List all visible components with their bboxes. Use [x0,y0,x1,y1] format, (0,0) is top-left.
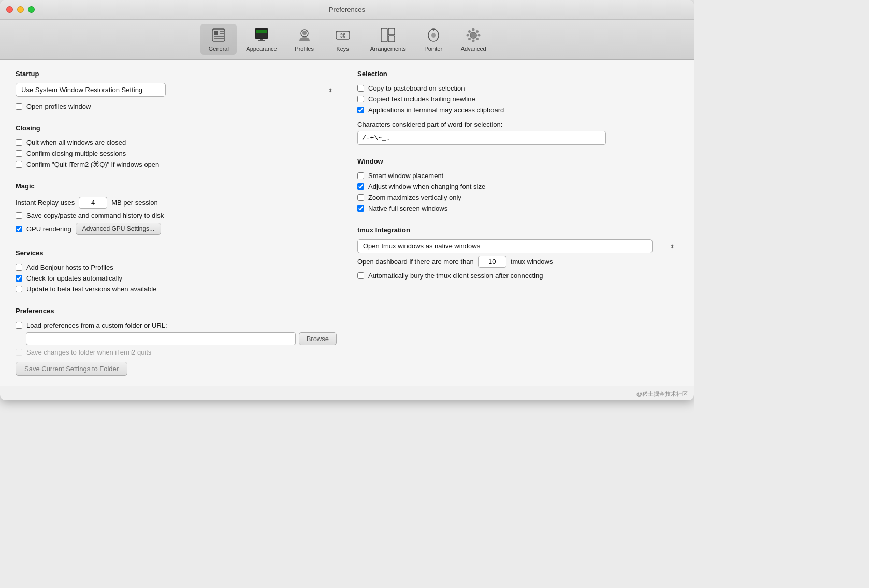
tmux-dropdown-arrow: ⬍ [670,243,674,249]
preferences-title: Preferences [16,307,337,315]
toolbar-label-keys: Keys [336,46,349,52]
load-prefs-label[interactable]: Load preferences from a custom folder or… [26,321,167,329]
open-profiles-checkbox[interactable] [16,103,22,110]
svg-point-27 [476,38,479,40]
auto-bury-label[interactable]: Automatically bury the tmux client sessi… [368,272,543,280]
check-updates-checkbox[interactable] [16,275,22,282]
toolbar-label-arrangements: Arrangements [370,46,406,52]
copy-pasteboard-checkbox[interactable] [357,85,364,92]
clipboard-access-label[interactable]: Applications in terminal may access clip… [368,106,504,114]
window-controls [6,6,35,13]
confirm-quit-row: Confirm "Quit iTerm2 (⌘Q)" if windows op… [16,159,337,170]
magic-title: Magic [16,182,337,190]
main-content: Startup Use System Window Restoration Se… [0,60,694,386]
svg-point-25 [478,34,481,37]
open-profiles-label[interactable]: Open profiles window [26,102,91,110]
window-section: Window Smart window placement Adjust win… [357,157,678,214]
tmux-dashboard-input[interactable] [478,256,506,268]
advanced-gpu-button[interactable]: Advanced GPU Settings... [76,223,161,235]
window-title: Window [357,157,678,165]
gpu-rendering-row: GPU rendering Advanced GPU Settings... [16,221,337,237]
word-chars-input[interactable] [357,131,606,145]
toolbar-item-pointer[interactable]: Pointer [415,24,452,55]
smart-placement-label[interactable]: Smart window placement [368,172,443,180]
svg-rect-15 [381,28,387,42]
startup-dropdown-wrap: Use System Window Restoration Setting Op… [16,83,337,97]
word-chars-label: Characters considered part of word for s… [357,121,678,128]
svg-rect-9 [260,39,263,40]
save-history-label[interactable]: Save copy/paste and command history to d… [26,212,164,219]
svg-point-12 [302,31,307,35]
confirm-closing-checkbox[interactable] [16,150,22,157]
startup-dropdown[interactable]: Use System Window Restoration Setting Op… [16,83,166,97]
toolbar-item-keys[interactable]: ⌘ Keys [325,24,361,55]
svg-point-22 [472,28,475,31]
save-current-settings-button[interactable]: Save Current Settings to Folder [16,362,127,376]
confirm-quit-checkbox[interactable] [16,161,22,168]
beta-versions-checkbox[interactable] [16,286,22,292]
toolbar-label-profiles: Profiles [295,46,314,52]
toolbar-label-pointer: Pointer [424,46,442,52]
instant-replay-input[interactable] [79,197,107,209]
adjust-font-checkbox[interactable] [357,183,364,190]
toolbar-item-advanced[interactable]: Advanced [454,24,494,55]
auto-bury-row: Automatically bury the tmux client sessi… [357,270,678,281]
toolbar-item-arrangements[interactable]: Arrangements [363,24,413,55]
zoom-vertical-checkbox[interactable] [357,194,364,201]
save-changes-checkbox[interactable] [16,349,22,356]
save-history-row: Save copy/paste and command history to d… [16,210,337,221]
add-bonjour-row: Add Bonjour hosts to Profiles [16,262,337,273]
toolbar-item-general[interactable]: General [200,24,237,55]
confirm-quit-label[interactable]: Confirm "Quit iTerm2 (⌘Q)" if windows op… [26,160,159,168]
quit-when-closed-checkbox[interactable] [16,139,22,146]
prefs-path-input[interactable] [26,332,296,345]
smart-placement-checkbox[interactable] [357,172,364,179]
zoom-vertical-row: Zoom maximizes vertically only [357,192,678,203]
svg-point-23 [472,40,475,42]
tmux-dashboard-row: Open dashboard if there are more than tm… [357,253,678,270]
adjust-font-label[interactable]: Adjust window when changing font size [368,183,485,190]
closing-section: Closing Quit when all windows are closed… [16,124,337,170]
gpu-rendering-label[interactable]: GPU rendering [26,225,71,233]
close-button[interactable] [6,6,13,13]
svg-point-19 [431,33,436,38]
closing-title: Closing [16,124,337,132]
pointer-icon [425,27,442,43]
maximize-button[interactable] [28,6,35,13]
load-prefs-checkbox[interactable] [16,322,22,329]
quit-when-closed-row: Quit when all windows are closed [16,137,337,148]
toolbar: General Appearance [0,20,694,60]
save-changes-label: Save changes to folder when iTerm2 quits [26,348,151,356]
svg-text:⌘: ⌘ [340,32,346,39]
gpu-rendering-checkbox[interactable] [16,226,22,232]
save-history-checkbox[interactable] [16,212,22,219]
zoom-vertical-label[interactable]: Zoom maximizes vertically only [368,194,461,201]
startup-title: Startup [16,70,337,78]
add-bonjour-label[interactable]: Add Bonjour hosts to Profiles [26,263,113,271]
tmux-dropdown[interactable]: Open tmux windows as native windows Open… [357,239,653,253]
prefs-path-row: Browse [26,331,337,347]
trailing-newline-checkbox[interactable] [357,96,364,102]
arrangements-icon [380,27,396,43]
toolbar-item-appearance[interactable]: Appearance [239,24,284,55]
browse-button[interactable]: Browse [299,332,337,345]
svg-rect-1 [214,31,218,35]
quit-when-closed-label[interactable]: Quit when all windows are closed [26,139,126,146]
native-fullscreen-row: Native full screen windows [357,203,678,214]
native-fullscreen-label[interactable]: Native full screen windows [368,204,447,212]
word-chars-group: Characters considered part of word for s… [357,121,678,145]
trailing-newline-label[interactable]: Copied text includes trailing newline [368,95,475,103]
tmux-dashboard-label: Open dashboard if there are more than [357,258,474,266]
auto-bury-checkbox[interactable] [357,272,364,279]
confirm-closing-label[interactable]: Confirm closing multiple sessions [26,150,126,157]
svg-rect-10 [258,40,265,41]
copy-pasteboard-label[interactable]: Copy to pasteboard on selection [368,84,465,92]
clipboard-access-checkbox[interactable] [357,107,364,113]
toolbar-item-profiles[interactable]: Profiles [286,24,323,55]
check-updates-row: Check for updates automatically [16,273,337,284]
check-updates-label[interactable]: Check for updates automatically [26,274,122,282]
minimize-button[interactable] [17,6,24,13]
native-fullscreen-checkbox[interactable] [357,205,364,212]
beta-versions-label[interactable]: Update to beta test versions when availa… [26,285,157,293]
add-bonjour-checkbox[interactable] [16,264,22,271]
